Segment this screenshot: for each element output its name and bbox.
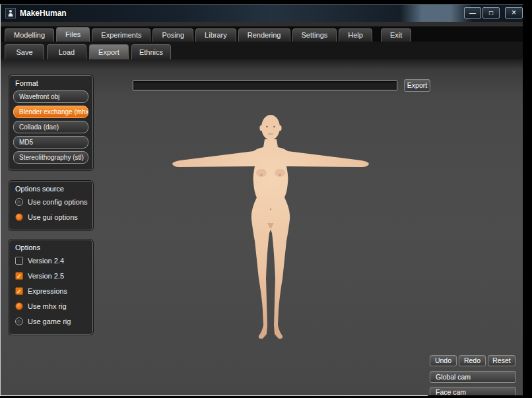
checkbox-checked-icon: ✓: [15, 287, 23, 295]
app-icon: [5, 8, 16, 18]
tab-help[interactable]: Help: [339, 28, 372, 42]
options-source-panel: Options source Use config options Use gu…: [9, 181, 93, 230]
redo-button[interactable]: Redo: [459, 355, 486, 366]
format-stereolithography[interactable]: Stereolithography (stl): [13, 151, 88, 164]
export-filename-input[interactable]: [133, 81, 397, 90]
option-use-game-rig[interactable]: Use game rig: [9, 315, 92, 327]
option-version-2-4[interactable]: Version 2.4: [9, 255, 92, 267]
frame-strip: [1, 22, 523, 26]
options-source-title: Options source: [9, 182, 92, 196]
radio-selected-icon: [15, 213, 23, 221]
options-panel: Options Version 2.4 ✓ Version 2.5 ✓ Expr…: [9, 240, 93, 335]
option-expressions[interactable]: ✓ Expressions: [9, 285, 92, 297]
title-bar[interactable]: MakeHuman — □ ×: [0, 4, 523, 22]
titlebar-glow: [400, 5, 473, 22]
person-icon: [7, 9, 15, 17]
format-wavefront-obj[interactable]: Wavefront obj: [13, 90, 88, 103]
window-left-edge: [0, 22, 1, 395]
subtab-export[interactable]: Export: [89, 44, 129, 59]
checkbox-checked-icon: ✓: [15, 272, 23, 280]
tab-rendering[interactable]: Rendering: [238, 28, 290, 42]
makehuman-window: MakeHuman — □ × Modelling Files Experime…: [0, 0, 532, 398]
reset-button[interactable]: Reset: [488, 355, 515, 366]
minimize-button[interactable]: —: [464, 7, 481, 18]
tab-files[interactable]: Files: [56, 27, 90, 42]
close-button[interactable]: ×: [505, 7, 523, 18]
undo-button[interactable]: Undo: [430, 355, 457, 366]
tab-settings[interactable]: Settings: [292, 28, 337, 42]
tab-experiments[interactable]: Experiments: [92, 28, 150, 42]
format-panel: Format Wavefront obj Blender exchange (m…: [9, 75, 93, 170]
format-collada[interactable]: Collada (dae): [13, 121, 88, 133]
subtab-save[interactable]: Save: [5, 44, 44, 59]
format-panel-title: Format: [9, 76, 92, 90]
global-cam-button[interactable]: Global cam: [430, 371, 516, 383]
tab-exit[interactable]: Exit: [381, 28, 411, 42]
content-area: Export Format Wavefront obj Blender exch…: [1, 59, 523, 395]
radio-icon: [15, 317, 23, 325]
format-blender-exchange[interactable]: Blender exchange (mhx): [13, 106, 88, 118]
face-cam-button[interactable]: Face cam: [430, 387, 516, 395]
tab-posing[interactable]: Posing: [152, 28, 193, 42]
option-version-2-5[interactable]: ✓ Version 2.5: [9, 270, 92, 282]
options-title: Options: [9, 240, 92, 255]
files-sub-tab-bar: Save Load Export Ethnics: [1, 42, 523, 59]
format-md5[interactable]: MD5: [13, 136, 88, 149]
option-use-gui-options[interactable]: Use gui options: [9, 211, 92, 223]
tab-library[interactable]: Library: [195, 28, 236, 42]
checkbox-icon: [15, 257, 23, 265]
human-model: [165, 111, 376, 343]
window-title: MakeHuman: [20, 9, 67, 18]
radio-selected-icon: [15, 302, 23, 310]
window-bottom-edge: [0, 395, 428, 396]
tab-modelling[interactable]: Modelling: [5, 28, 54, 42]
radio-icon: [15, 198, 23, 206]
option-use-config-options[interactable]: Use config options: [9, 196, 92, 208]
subtab-load[interactable]: Load: [47, 44, 86, 59]
subtab-ethnics[interactable]: Ethnics: [131, 44, 171, 59]
export-button[interactable]: Export: [404, 79, 430, 92]
main-tab-bar: Modelling Files Experiments Posing Libra…: [1, 26, 523, 42]
maximize-button[interactable]: □: [482, 7, 500, 18]
option-use-mhx-rig[interactable]: Use mhx rig: [9, 300, 92, 312]
